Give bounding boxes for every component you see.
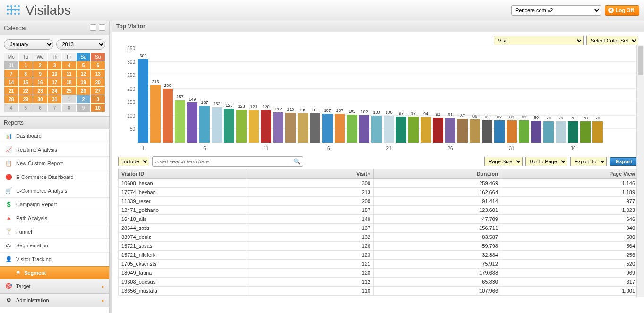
table-row[interactable]: 13656_mustafa110107.9661.001 bbox=[119, 287, 638, 296]
table-row[interactable]: 19308_odesus11265.830617 bbox=[119, 278, 638, 287]
site-select[interactable]: Pencere.com v2 bbox=[511, 5, 601, 16]
calendar-day[interactable]: 26 bbox=[76, 87, 91, 95]
chart-bar[interactable] bbox=[531, 121, 541, 143]
logoff-button[interactable]: ✕ Log Off bbox=[605, 5, 639, 16]
chart-bar[interactable] bbox=[433, 118, 443, 143]
calendar-day[interactable]: 8 bbox=[18, 70, 33, 78]
calendar-day[interactable]: 5 bbox=[18, 104, 33, 112]
chart-bar[interactable] bbox=[556, 121, 566, 143]
sidebar-item[interactable]: 📊Dashboard bbox=[0, 129, 109, 143]
year-select[interactable]: 2013 bbox=[56, 39, 106, 50]
calendar-day[interactable]: 6 bbox=[91, 61, 105, 70]
calendar-day[interactable]: 31 bbox=[47, 95, 62, 104]
calendar-day[interactable]: 20 bbox=[91, 78, 105, 87]
calendar-day[interactable]: 9 bbox=[76, 104, 91, 112]
calendar-day[interactable]: 10 bbox=[47, 70, 62, 78]
calendar-day[interactable]: 28 bbox=[4, 95, 19, 104]
calendar-day[interactable]: 27 bbox=[91, 87, 105, 95]
sidebar-item-segment[interactable]: ✷Segment bbox=[0, 266, 109, 279]
chart-bar[interactable] bbox=[138, 59, 148, 143]
accordion-head[interactable]: 🎯Target▸ bbox=[0, 279, 109, 293]
sidebar-item[interactable]: 🗂Segmentation bbox=[0, 239, 109, 253]
calendar-day[interactable]: 10 bbox=[91, 104, 105, 112]
chart-bar[interactable] bbox=[507, 120, 517, 143]
chart-bar[interactable] bbox=[347, 115, 357, 143]
calendar-grid[interactable]: MoTuWeThFrSaSu31123456789101112131415161… bbox=[4, 52, 105, 112]
table-row[interactable]: 10608_hasan309259.4691.146 bbox=[119, 179, 638, 188]
chart-bar[interactable] bbox=[568, 121, 578, 143]
sidebar-item[interactable]: 📋New Custom Report bbox=[0, 157, 109, 170]
table-row[interactable]: 16418_alis14947.709646 bbox=[119, 215, 638, 224]
scrollbar[interactable] bbox=[636, 45, 644, 297]
metric-select[interactable]: Visit bbox=[494, 36, 584, 45]
chart-bar[interactable] bbox=[322, 114, 333, 143]
chart-bar[interactable] bbox=[285, 113, 296, 143]
col-page-view[interactable]: Page View bbox=[501, 169, 638, 179]
chart-bar[interactable] bbox=[384, 116, 394, 143]
include-select[interactable]: Include bbox=[118, 157, 149, 166]
chart-bar[interactable] bbox=[396, 117, 406, 143]
sidebar-item[interactable]: 🍸Funnel bbox=[0, 225, 109, 239]
calendar-day[interactable]: 3 bbox=[47, 61, 62, 70]
chart-bar[interactable] bbox=[163, 89, 173, 143]
chart-bar[interactable] bbox=[543, 121, 554, 143]
chart-bar[interactable] bbox=[494, 120, 505, 143]
calendar-day[interactable]: 4 bbox=[4, 104, 19, 112]
search-input[interactable] bbox=[152, 156, 303, 167]
accordion-head[interactable]: ⚙Administration▸ bbox=[0, 293, 109, 307]
calendar-day[interactable]: 15 bbox=[18, 78, 33, 87]
sidebar-item[interactable]: 💲Campaign Report bbox=[0, 198, 109, 211]
chart-bar[interactable] bbox=[261, 110, 271, 143]
calendar-day[interactable]: 23 bbox=[33, 87, 48, 95]
sidebar-item[interactable]: 👤Visitor Tracking bbox=[0, 253, 109, 266]
calendar-day[interactable]: 11 bbox=[62, 70, 77, 78]
calendar-day[interactable]: 31 bbox=[4, 61, 19, 70]
calendar-day[interactable]: 21 bbox=[4, 87, 19, 95]
calendar-day[interactable]: 1 bbox=[62, 95, 77, 104]
calendar-day[interactable]: 5 bbox=[76, 61, 91, 70]
chart-bar[interactable] bbox=[445, 118, 455, 143]
table-row[interactable]: 1705_eksensts12175.912520 bbox=[119, 260, 638, 269]
chart-bar[interactable] bbox=[580, 121, 591, 143]
chart-bar[interactable] bbox=[421, 117, 431, 143]
table-row[interactable]: 17774_beyhan213162.6641.189 bbox=[119, 188, 638, 197]
chart-bar[interactable] bbox=[359, 115, 369, 143]
calendar-day[interactable]: 24 bbox=[47, 87, 62, 95]
export-button[interactable]: Export bbox=[610, 157, 638, 166]
table-row[interactable]: 15721_niluferk12332.384256 bbox=[119, 251, 638, 260]
calendar-day[interactable]: 7 bbox=[47, 104, 62, 112]
chart-bar[interactable] bbox=[175, 100, 185, 143]
chart-bar[interactable] bbox=[199, 106, 210, 143]
calendar-day[interactable]: 22 bbox=[18, 87, 33, 95]
goto-page-select[interactable]: Go To Page bbox=[525, 157, 567, 166]
export-to-select[interactable]: Export To bbox=[570, 157, 607, 166]
sidebar-item[interactable]: 🛒E-Commerce Analysis bbox=[0, 184, 109, 198]
calendar-day[interactable]: 13 bbox=[91, 70, 105, 78]
chart-bar[interactable] bbox=[519, 120, 529, 143]
calendar-day[interactable]: 17 bbox=[47, 78, 62, 87]
table-row[interactable]: 11339_reser20091.414977 bbox=[119, 197, 638, 206]
calendar-day[interactable]: 1 bbox=[18, 61, 33, 70]
table-row[interactable]: 28644_satis137156.711940 bbox=[119, 224, 638, 233]
calendar-mode-icon[interactable] bbox=[90, 24, 96, 31]
chart-bar[interactable] bbox=[310, 113, 320, 143]
col-visit[interactable]: Visit▾ bbox=[246, 169, 374, 179]
month-select[interactable]: January bbox=[4, 39, 53, 50]
calendar-day[interactable]: 7 bbox=[4, 70, 19, 78]
calendar-day[interactable]: 12 bbox=[76, 70, 91, 78]
calendar-range-icon[interactable] bbox=[99, 24, 105, 31]
calendar-day[interactable]: 18 bbox=[62, 78, 77, 87]
calendar-day[interactable]: 16 bbox=[33, 78, 48, 87]
chart-bar[interactable] bbox=[408, 117, 419, 143]
scroll-thumb[interactable] bbox=[638, 46, 643, 75]
chart-bar[interactable] bbox=[273, 112, 283, 143]
calendar-day[interactable]: 8 bbox=[62, 104, 77, 112]
table-row[interactable]: 33974_deniz13283.587580 bbox=[119, 233, 638, 242]
col-duration[interactable]: Duration bbox=[374, 169, 501, 179]
calendar-day[interactable]: 4 bbox=[62, 61, 77, 70]
chart-bar[interactable] bbox=[187, 102, 197, 143]
col-visitor-id[interactable]: Visitor ID bbox=[119, 169, 246, 179]
chart-bar[interactable] bbox=[371, 116, 382, 143]
chart-bar[interactable] bbox=[457, 119, 468, 143]
chart-bar[interactable] bbox=[150, 85, 161, 143]
